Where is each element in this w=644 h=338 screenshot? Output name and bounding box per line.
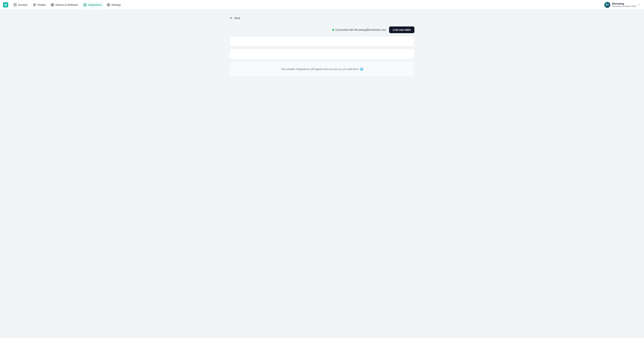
chevron-down-icon: ▾ xyxy=(638,4,640,6)
nav-actions-attributes[interactable]: Actions & Attributes xyxy=(48,2,80,8)
link-new-table-button[interactable]: Link new table xyxy=(389,26,414,33)
svg-point-9 xyxy=(34,4,36,5)
back-arrow-icon xyxy=(230,16,233,20)
skeleton-row-2 xyxy=(230,49,414,59)
status-dot-icon xyxy=(332,29,334,31)
empty-message: Your airtable integrations will appear h… xyxy=(281,68,363,70)
svg-rect-1 xyxy=(6,4,7,5)
svg-point-18 xyxy=(108,4,109,5)
svg-rect-16 xyxy=(84,5,84,6)
user-name: Dhruwang xyxy=(612,2,636,5)
nav-integrations[interactable]: Integrations xyxy=(81,2,104,8)
navbar: Surveys People Actions & Attributes Inte… xyxy=(0,0,644,10)
nav-surveys[interactable]: Surveys xyxy=(11,2,30,8)
nav-settings[interactable]: Settings xyxy=(104,2,123,8)
svg-rect-14 xyxy=(84,4,84,4)
user-menu[interactable]: DJ Dhruwang Dhruwang Jariwala's Team ▾ xyxy=(603,1,641,8)
svg-rect-3 xyxy=(6,5,7,6)
user-info: Dhruwang Dhruwang Jariwala's Team xyxy=(612,2,636,7)
nav-people[interactable]: People xyxy=(30,2,48,8)
empty-state-card: Your airtable integrations will appear h… xyxy=(230,62,414,77)
svg-rect-0 xyxy=(4,4,6,5)
top-bar: Connected with dhruwang@formbricks.com L… xyxy=(230,26,414,33)
svg-rect-15 xyxy=(85,4,86,4)
avatar: DJ xyxy=(604,2,610,8)
svg-rect-17 xyxy=(85,5,86,6)
connection-status: Connected with dhruwang@formbricks.com xyxy=(332,28,386,31)
user-team: Dhruwang Jariwala's Team xyxy=(612,5,636,7)
connection-label: Connected with dhruwang@formbricks.com xyxy=(336,28,386,31)
svg-rect-2 xyxy=(4,5,6,6)
app-logo xyxy=(3,2,8,8)
skeleton-row-1 xyxy=(230,36,414,46)
main-content: Back Connected with dhruwang@formbricks.… xyxy=(225,10,419,85)
back-button[interactable]: Back xyxy=(230,16,240,20)
